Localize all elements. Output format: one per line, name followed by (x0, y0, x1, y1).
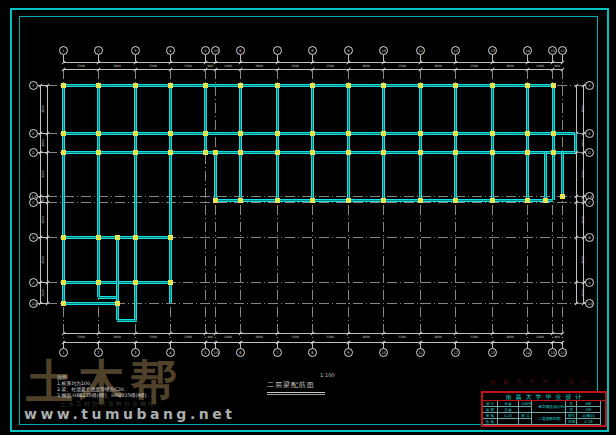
dimension-text: 2100 (582, 287, 585, 298)
axis-bubble: 10 (379, 348, 388, 357)
dimension-text: 3600 (504, 64, 515, 67)
column-marker (168, 83, 173, 88)
beam (276, 85, 279, 200)
tb-value: 4.18 (577, 419, 601, 425)
axis-bubble: A (585, 278, 594, 287)
drawing-scale: 1:100 (320, 372, 334, 378)
axis-bubble: E (585, 129, 594, 138)
column-marker (543, 198, 548, 203)
column-marker (61, 83, 66, 88)
axis-bubble: 9 (344, 46, 353, 55)
dimension-text: 3300 (289, 64, 300, 67)
axis-bubble: 15 (548, 348, 557, 357)
dimension-text: 3300 (325, 64, 336, 67)
beam (97, 85, 100, 297)
column-marker (115, 301, 120, 306)
axis-bubble: 11 (416, 46, 425, 55)
column-marker (490, 150, 495, 155)
axis-bubble: 13 (488, 46, 497, 55)
beam (311, 85, 314, 200)
dimension-text: 2400 (534, 64, 545, 67)
beam (134, 85, 137, 320)
axis-bubble: 5 (201, 46, 210, 55)
column-marker (346, 150, 351, 155)
dimension-text: 3600 (360, 336, 371, 339)
axis-bubble: 10 (379, 46, 388, 55)
column-marker (203, 131, 208, 136)
beam (116, 237, 119, 320)
column-marker (275, 150, 280, 155)
column-marker (96, 131, 101, 136)
tb-sheet-name: 二层梁配筋图 (532, 413, 566, 425)
column-marker (168, 235, 173, 240)
beam (347, 85, 350, 200)
dimension-text: 3600 (111, 64, 122, 67)
column-marker (61, 280, 66, 285)
general-notes: 说明: 1.板厚均为100. 2.梁、柱混凝土强度等级为C30. 3.钢筋:HP… (57, 374, 217, 398)
dimension-text: 3300 (75, 336, 86, 339)
title-block: 南 昌 大 学 毕 业 设 计 设 计 李某 2009 教学楼框架结构设计 共 … (481, 391, 607, 427)
dimension-text: 900 (552, 64, 563, 67)
axis-bubble: F (585, 81, 594, 90)
axis-bubble: 1 (59, 46, 68, 55)
column-marker (238, 83, 243, 88)
dimension-text: 3600 (111, 336, 122, 339)
dimension-text: 4800 (42, 104, 45, 115)
drawing-title-text: 二层梁配筋图 (267, 381, 315, 389)
dimension-text: 2400 (534, 336, 545, 339)
axis-bubble: C (585, 198, 594, 207)
tb-project-name: 教学楼框架结构设计 (532, 401, 566, 413)
dimension-text: 900 (205, 336, 216, 339)
dimension-text: 4400 (582, 169, 585, 180)
dimension-text: 3600 (360, 64, 371, 67)
dimension-text: 3600 (432, 336, 443, 339)
axis-bubble: B (585, 233, 594, 242)
column-marker (346, 83, 351, 88)
column-marker (490, 83, 495, 88)
beam (552, 85, 555, 200)
column-marker (61, 131, 66, 136)
cad-drawing-canvas: 3300330036003600330033003300330090090024… (0, 0, 616, 435)
beam (98, 296, 117, 299)
dimension-text: 3600 (504, 336, 515, 339)
column-marker (346, 198, 351, 203)
title-block-body: 设 计 李某 2009 教学楼框架结构设计 共 6张 绘 图 王某 第 1张 审… (483, 401, 605, 425)
axis-bubble: 7 (273, 46, 282, 55)
dimension-text: 2100 (42, 287, 45, 298)
watermark-url: www.tumubang.net (24, 406, 235, 422)
axis-bubble: 1/15 (558, 348, 567, 357)
beam (561, 152, 564, 196)
beam (239, 85, 242, 200)
dimension-text: 3500 (582, 214, 585, 225)
dimension-text: 3300 (147, 64, 158, 67)
column-marker (238, 150, 243, 155)
column-marker (133, 235, 138, 240)
axis-bubble: 7 (273, 348, 282, 357)
axis-bubble: 8 (308, 46, 317, 55)
beam (63, 302, 119, 305)
column-marker (551, 150, 556, 155)
column-marker (96, 150, 101, 155)
axis-bubble: 13 (488, 348, 497, 357)
beam (454, 85, 457, 200)
column-marker (453, 131, 458, 136)
dimension-text: 900 (552, 336, 563, 339)
beam (491, 85, 494, 200)
beam (214, 152, 217, 200)
column-marker (525, 150, 530, 155)
axis-bubble: 1/A (585, 299, 594, 308)
dimension-text: 2400 (222, 336, 233, 339)
column-marker (310, 150, 315, 155)
column-marker (453, 83, 458, 88)
column-marker (560, 194, 565, 199)
column-marker (61, 235, 66, 240)
axis-bubble: E (29, 129, 38, 138)
note-line: 3.钢筋:HPB235级(Ⅰ级)、HRB335级(Ⅱ级). (57, 392, 217, 398)
tb-label: 校 核 (483, 419, 498, 425)
tb-spacer (519, 419, 532, 425)
dimension-text: 3500 (42, 214, 45, 225)
axis-bubble: 1/5 (211, 348, 220, 357)
beam (63, 151, 575, 154)
axis-bubble: 5 (201, 348, 210, 357)
column-marker (133, 83, 138, 88)
